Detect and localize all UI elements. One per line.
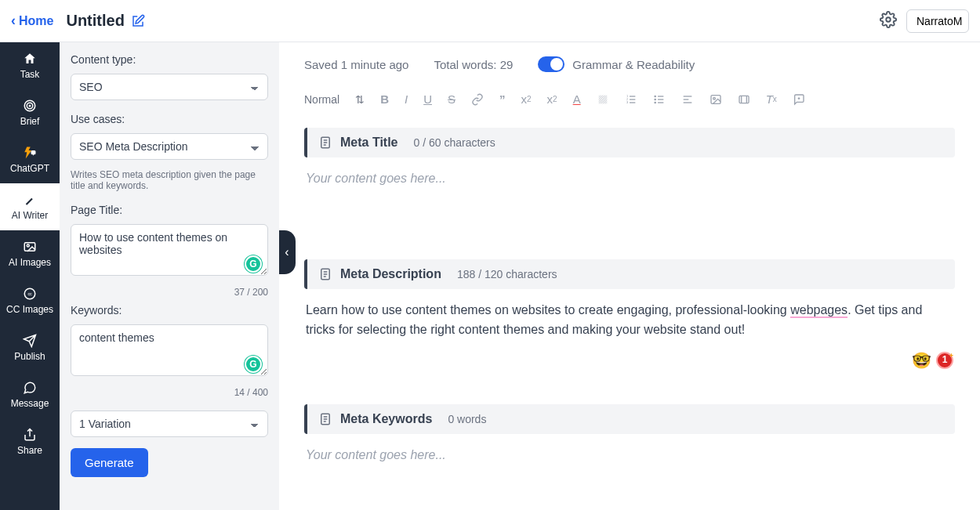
reaction-row: 🤓 1	[306, 348, 953, 373]
meta-keywords-content[interactable]: Your content goes here...	[304, 434, 955, 489]
page-title-label: Page Title:	[71, 204, 268, 216]
grammar-toggle[interactable]	[538, 56, 564, 72]
editor-area: ‹ Saved 1 minute ago Total words: 29 Gra…	[279, 42, 980, 510]
rail-label: CC Images	[6, 304, 53, 315]
desc-underlined-word: webpages	[790, 303, 848, 318]
rail-aiimages[interactable]: AI Images	[0, 230, 60, 277]
document-icon	[318, 136, 332, 150]
page-title-counter: 37 / 200	[71, 287, 268, 298]
rail-message[interactable]: Message	[0, 371, 60, 418]
word-count: Total words: 29	[434, 58, 513, 71]
main-layout: Task Brief ChatGPT AI Writer AI Images	[0, 42, 980, 510]
rail-task[interactable]: Task	[0, 42, 60, 89]
meta-title-count: 0 / 60 characters	[414, 136, 495, 149]
keywords-label: Keywords:	[71, 304, 268, 316]
svg-text:cc: cc	[27, 291, 32, 296]
home-link[interactable]: ‹ Home	[11, 13, 53, 29]
meta-description-content[interactable]: Learn how to use content themes on websi…	[304, 289, 955, 396]
chevron-left-icon: ‹	[11, 13, 16, 29]
bolt-chat-icon	[23, 146, 37, 160]
editor-toolbar: Normal ⇅ B I U S ” x2 x2 A 123	[304, 86, 955, 120]
document-icon	[318, 267, 332, 281]
comment-button[interactable]	[793, 93, 805, 106]
status-row: Saved 1 minute ago Total words: 29 Gramm…	[304, 56, 955, 72]
rail-share[interactable]: Share	[0, 418, 60, 465]
svg-point-3	[29, 105, 31, 107]
image-ai-icon	[23, 240, 37, 254]
rail-label: AI Images	[9, 257, 51, 268]
grammarly-icon[interactable]: G	[245, 255, 262, 273]
quote-button[interactable]: ”	[499, 92, 506, 106]
link-button[interactable]	[471, 93, 484, 106]
italic-button[interactable]: I	[405, 92, 408, 106]
meta-keywords-label: Meta Keywords	[340, 412, 432, 426]
rail-label: Task	[20, 69, 40, 80]
workspace-selector[interactable]: NarratoM	[906, 9, 969, 33]
nerd-emoji-icon[interactable]: 🤓	[912, 348, 931, 373]
svg-point-18	[655, 96, 655, 96]
form-panel: Content type: SEO Use cases: SEO Meta De…	[60, 42, 279, 510]
image-button[interactable]	[710, 93, 722, 106]
rail-label: Share	[17, 445, 42, 456]
placeholder-text: Your content goes here...	[306, 448, 446, 461]
document-icon	[318, 412, 332, 426]
variation-select[interactable]: 1 Variation	[71, 411, 268, 437]
use-cases-hint: Writes SEO meta description given the pa…	[71, 169, 268, 191]
video-button[interactable]	[738, 93, 750, 106]
home-label: Home	[19, 14, 53, 28]
nav-rail: Task Brief ChatGPT AI Writer AI Images	[0, 42, 60, 510]
rail-aiwriter[interactable]: AI Writer	[0, 183, 60, 230]
clear-format-button[interactable]: Tx	[766, 92, 777, 106]
chevron-updown-icon: ⇅	[355, 93, 365, 106]
rail-chatgpt[interactable]: ChatGPT	[0, 136, 60, 183]
svg-rect-26	[739, 96, 749, 103]
subscript-button[interactable]: x2	[521, 92, 532, 106]
superscript-button[interactable]: x2	[547, 92, 557, 106]
target-icon	[23, 99, 37, 113]
text-color-button[interactable]: A	[573, 92, 581, 106]
use-cases-select[interactable]: SEO Meta Description	[71, 133, 268, 160]
placeholder-text: Your content goes here...	[306, 172, 446, 185]
bold-button[interactable]: B	[380, 92, 389, 106]
cc-icon: cc	[23, 287, 37, 301]
svg-text:3: 3	[626, 100, 629, 104]
unordered-list-button[interactable]	[653, 93, 666, 106]
page-title-input[interactable]	[71, 224, 268, 276]
suggestion-count-badge[interactable]: 1	[936, 352, 953, 369]
home-icon	[23, 52, 37, 66]
meta-title-card: Meta Title 0 / 60 characters	[304, 128, 955, 157]
gear-icon[interactable]	[880, 11, 897, 31]
rail-label: Publish	[14, 351, 45, 362]
topbar: ‹ Home Untitled NarratoM	[0, 0, 980, 42]
meta-title-label: Meta Title	[340, 136, 398, 150]
rail-label: Brief	[20, 116, 40, 127]
underline-button[interactable]: U	[423, 92, 432, 106]
highlight-button[interactable]	[597, 93, 609, 106]
rail-ccimages[interactable]: cc CC Images	[0, 277, 60, 324]
content-type-select[interactable]: SEO	[71, 74, 268, 100]
desc-text-pre: Learn how to use content themes on websi…	[306, 303, 790, 316]
edit-title-icon[interactable]	[131, 14, 145, 28]
rail-brief[interactable]: Brief	[0, 89, 60, 136]
chevron-left-icon: ‹	[285, 245, 289, 259]
chat-icon	[23, 381, 37, 395]
svg-point-19	[655, 99, 655, 99]
meta-description-card: Meta Description 188 / 120 characters	[304, 259, 955, 289]
meta-description-count: 188 / 120 characters	[457, 268, 557, 280]
keywords-input[interactable]	[71, 324, 268, 376]
heading-select[interactable]: Normal ⇅	[304, 93, 365, 106]
grammarly-icon[interactable]: G	[245, 356, 262, 373]
ordered-list-button[interactable]: 123	[625, 93, 637, 106]
use-cases-label: Use cases:	[71, 113, 268, 125]
collapse-panel-button[interactable]: ‹	[279, 230, 296, 274]
meta-title-content[interactable]: Your content goes here...	[304, 157, 955, 212]
generate-button[interactable]: Generate	[71, 448, 148, 477]
keywords-counter: 14 / 400	[71, 387, 268, 398]
rail-publish[interactable]: Publish	[0, 324, 60, 371]
svg-point-25	[713, 97, 715, 99]
meta-keywords-card: Meta Keywords 0 words	[304, 404, 955, 434]
strike-button[interactable]: S	[448, 92, 456, 106]
svg-point-20	[655, 102, 655, 103]
align-button[interactable]	[681, 93, 694, 106]
grammar-label: Grammar & Readability	[572, 58, 695, 71]
